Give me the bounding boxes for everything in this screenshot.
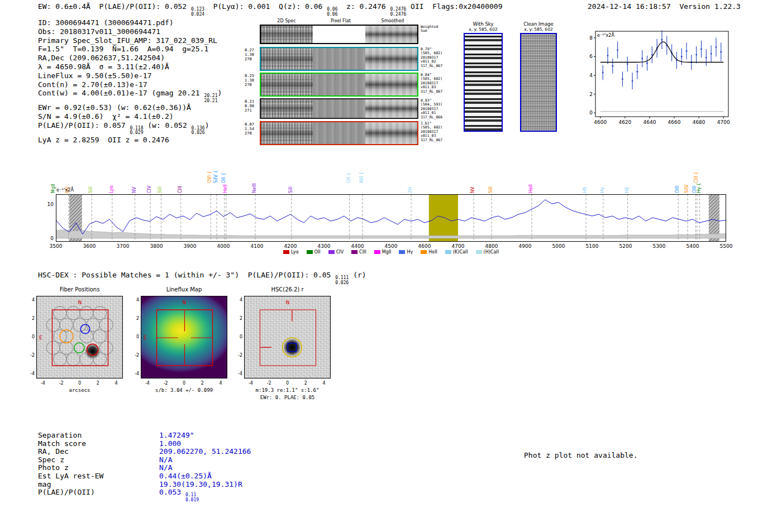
svg-text:4600: 4600 [594,119,607,125]
line-marker-label: SiIV { [213,170,218,183]
match-row-label: RA, Dec [38,448,159,456]
legend-item: CIV [328,250,344,255]
legend-item: HeII [421,250,437,255]
cutout-y-tick: -4 [27,371,35,376]
legend-swatch [307,250,313,254]
spec2d-row-meta: 0.84"(585, 602)20180317v011_03317_RL_067 [421,73,455,94]
x-axis-tick: 4400 [346,243,369,249]
stacked-uncertainty: 0.1180.029 [130,126,143,136]
svg-text:E: E [39,335,42,341]
legend-item: CIII [351,250,366,255]
match-row-value: N/A [159,456,172,464]
spec2d-cutout-smooth [365,99,417,118]
cutout-x-tick: -4 [142,381,153,386]
cutout-x-tick: 2 [197,381,208,386]
clean-image-image [520,33,557,132]
match-row: RA, Dec209.062270, 51.242166 [38,448,251,456]
y-axis-tick: 0 [50,236,54,241]
line-marker-label: HeII [528,184,533,193]
spec2d-row-stats: 0.210.98271 [245,100,259,113]
cutout-y-tick: 4 [27,298,35,303]
svg-text:4660: 4660 [668,119,681,125]
info-line: Primary Spec_Slot_IFU_AMP: 317_022_039_R… [38,36,222,45]
legend-swatch [399,250,405,254]
spec2d-row [260,73,418,97]
match-row-label: Photo z [38,464,159,472]
spec2d-cutout-smooth [365,74,417,95]
summary-header: EW: 0.6±0.4Å P(LAE)/P(OII): 0.052 0.1230… [38,2,502,17]
spec2d-row-stats: 0.071.54270 [245,123,259,136]
spec2d-row [260,25,418,44]
lineflux-map-title: Lineflux Map [141,286,227,293]
svg-text:E: E [144,335,147,341]
line-marker-label: OII { [346,172,351,183]
line-marker-label: Lyα [109,185,114,193]
match-row-value: 19.30(19.30,19.31)R [159,480,242,488]
stacked-uncertainty: 0.1110.026 [335,276,349,285]
spec2d-cutout-spec [261,74,313,95]
stacked-uncertainty: 0.1360.026 [192,126,205,136]
legend-item: (K)CaII [445,250,468,255]
x-axis-tick: 4600 [413,243,436,249]
cutout-x-tick: 0 [179,381,190,386]
x-axis-tick: 5300 [648,243,670,249]
line-marker-label: CIII [178,186,183,193]
report-datetime: 2024-12-14 16:18:57 [588,2,671,11]
x-axis-tick: 5200 [614,243,637,249]
line-marker-label: Hδ [583,187,588,193]
x-axis-tick: 4700 [447,243,469,249]
info-line: λ = 4650.98Å σ = 3.11(±2.40)Å [38,63,222,71]
line-marker-label: NeIII [252,183,257,193]
with-sky-panel: With Sky x, y: 585, 602 [464,21,503,132]
cutout-y-tick: 2 [235,316,242,321]
spec2d-cutout-smooth [365,26,417,43]
spec2d-column-title: 2D Spec [277,18,295,23]
spectrum-ylabel: e⁻¹⁷x2Å [56,188,74,193]
hsc-cutout-image: N [244,296,331,378]
cutout-x-tick: -2 [160,381,171,386]
spec2d-row-meta: 0.79"(585, 602)20180317v011_02317_RL_067 [421,47,455,68]
line-marker-label: MgII [51,184,56,193]
info-line: EWr = 0.92(±0.53) (w: 0.62(±0.36))Å [38,103,222,112]
spec2d-cutout-smooth [365,122,417,144]
cutout-y-tick: 2 [27,316,35,321]
report-meta: 2024-12-14 16:18:57 Version 1.22.3 [588,2,741,11]
spec2d-row-meta: 0.93"(584, 593)20180317v011_01317_RL_066 [421,99,455,119]
spec2d-cutout-spec [261,122,313,144]
cutout-y-tick: 4 [131,298,139,303]
match-row: Est LyA rest-EW0.44(±0.25)Å [38,472,251,481]
spec2d-row-stats: 0.271.30270 [245,49,259,61]
hsc-cutout-title: HSC(26.2) r [244,286,331,293]
line-marker-label: Hγ [600,187,605,193]
x-axis-tick: 5100 [581,243,603,249]
spec2d-row [260,47,418,71]
line-marker-label: OIII [675,186,680,193]
line-marker-label: CIII { [694,172,699,183]
cutout-y-tick: 0 [235,334,242,339]
cutout-x-tick: 4 [215,381,226,386]
svg-text:6: 6 [589,54,593,59]
info-line: P(LAE)/P(OII): 0.057 0.1180.029 (w: 0.05… [38,121,222,136]
spec2d-row-stats: 0.251.38270 [245,74,259,87]
x-axis-tick: 4000 [212,243,235,249]
hsc-xlabel: m:19.3 re:1.1" s:1.6" [244,387,331,393]
cutout-x-tick: 0 [74,381,85,386]
cutout-x-tick: 2 [92,381,103,386]
detection-info: ID: 3000694471 (3000694471.pdf)Obs: 2018… [38,18,222,145]
spec2d-row-meta: WeightedSum [421,25,455,33]
x-axis-tick: 3600 [78,243,101,249]
spec2d-cutout-spec [261,26,313,43]
svg-text:4700: 4700 [717,119,730,125]
spectrum-legend: LyαOIICIVCIIIMgIIHγHeII(K)CaII(H)CaII [56,250,726,255]
line-marker-label: AlII { [359,172,364,183]
photz-note: Phot z plot not available. [524,451,638,459]
clean-image-coords: x, y: 585, 602 [520,27,557,32]
cutout-y-tick: -2 [27,353,35,358]
cutout-x-tick: 2 [300,381,311,386]
info-line: ID: 3000694471 (3000694471.pdf) [38,18,222,27]
match-row-value: 209.062270, 51.242166 [159,447,251,456]
hsc-match-summary: HSC-DEX : Possible Matches = 1 (within +… [38,271,366,285]
match-row: Photo zN/A [38,464,251,472]
x-axis-tick: 5500 [715,243,737,249]
report-version: Version 1.22.3 [679,2,741,11]
